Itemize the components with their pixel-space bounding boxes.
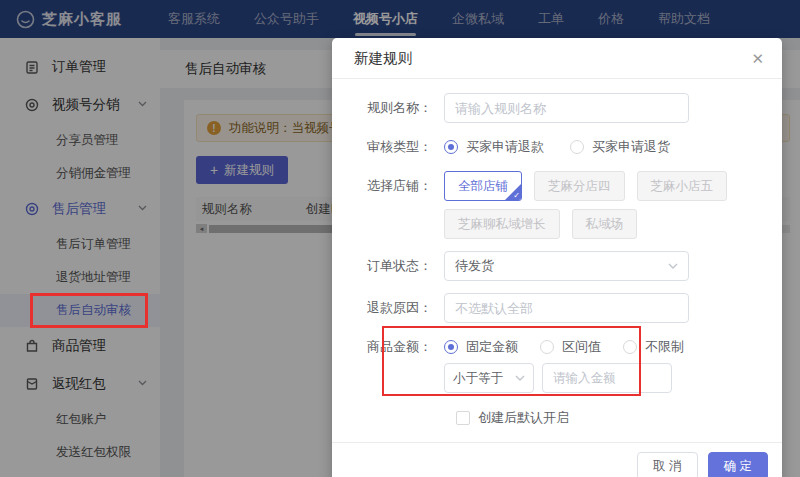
radio-refund-money[interactable]: 买家申请退款: [444, 138, 544, 156]
close-icon[interactable]: ✕: [751, 51, 764, 66]
confirm-button[interactable]: 确 定: [708, 452, 768, 477]
comparator-select[interactable]: 小于等于: [444, 363, 534, 393]
modal-body: 规则名称： 审核类型： 买家申请退款 买家申请退: [332, 79, 782, 427]
radio-no-limit[interactable]: 不限制: [623, 338, 684, 356]
chevron-down-icon: [668, 263, 678, 270]
radio-dot-icon: [444, 340, 458, 354]
shop-button-label: 私域场: [586, 216, 624, 233]
shop-select-label: 选择店铺：: [332, 171, 444, 239]
rule-name-label: 规则名称：: [332, 93, 444, 123]
radio-label: 固定金额: [466, 338, 518, 356]
check-icon: ✓: [513, 191, 520, 200]
shop-button-label: 芝麻小店五: [651, 178, 714, 195]
shop-button-private-field[interactable]: 私域场: [572, 209, 638, 239]
amount-label: 商品金额：: [332, 337, 444, 357]
radio-label: 区间值: [562, 338, 601, 356]
refund-reason-input[interactable]: [444, 293, 689, 323]
radio-label: 不限制: [645, 338, 684, 356]
modal-title: 新建规则: [354, 49, 412, 68]
radio-dot-icon: [444, 140, 458, 154]
shop-button-branch-four[interactable]: 芝麻分店四: [534, 171, 625, 201]
shop-button-all-shops[interactable]: 全部店铺 ✓: [444, 171, 522, 201]
shop-button-label: 芝麻聊私域增长: [458, 216, 546, 233]
audit-type-label: 审核类型：: [332, 137, 444, 157]
radio-dot-icon: [540, 340, 554, 354]
modal-header: 新建规则 ✕: [332, 38, 782, 79]
new-rule-modal: 新建规则 ✕ 规则名称： 审核类型： 买家申请退款: [332, 38, 782, 477]
radio-dot-icon: [623, 340, 637, 354]
comparator-value: 小于等于: [453, 370, 503, 387]
refund-reason-label: 退款原因：: [332, 293, 444, 323]
modal-footer: 取 消 确 定: [332, 442, 782, 477]
shop-button-shop-five[interactable]: 芝麻小店五: [637, 171, 728, 201]
checkbox-icon[interactable]: [456, 411, 470, 425]
checkbox-label: 创建后默认开启: [478, 409, 569, 427]
shop-button-label: 芝麻分店四: [548, 178, 611, 195]
default-on-checkbox-row[interactable]: 创建后默认开启: [456, 409, 782, 427]
order-status-label: 订单状态：: [332, 251, 444, 281]
cancel-button[interactable]: 取 消: [637, 452, 697, 477]
radio-dot-icon: [570, 140, 584, 154]
radio-range-value[interactable]: 区间值: [540, 338, 601, 356]
amount-input[interactable]: [542, 363, 672, 393]
radio-fixed-amount[interactable]: 固定金额: [444, 338, 518, 356]
rule-name-input[interactable]: [444, 93, 689, 123]
shop-button-private-growth[interactable]: 芝麻聊私域增长: [444, 209, 560, 239]
radio-return-goods[interactable]: 买家申请退货: [570, 138, 670, 156]
radio-label: 买家申请退款: [466, 138, 544, 156]
order-status-value: 待发货: [455, 257, 494, 275]
shop-button-label: 全部店铺: [458, 178, 508, 195]
chevron-down-icon: [515, 375, 525, 382]
radio-label: 买家申请退货: [592, 138, 670, 156]
order-status-select[interactable]: 待发货: [444, 251, 689, 281]
app-window: 芝麻小客服 客服系统 公众号助手 视频号小店 企微私域 工单 价格 帮助文档 订…: [0, 0, 800, 477]
